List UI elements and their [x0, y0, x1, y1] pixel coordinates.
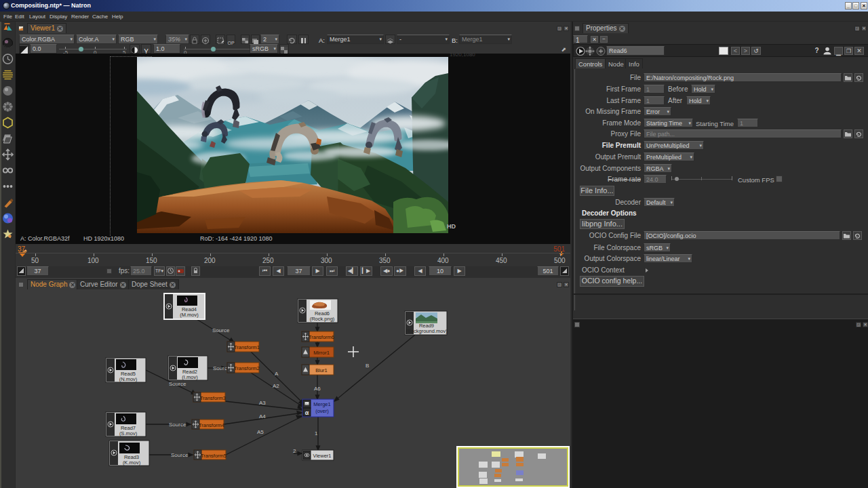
svg-text:Transform6: Transform6: [309, 334, 334, 340]
svg-text:A2: A2: [273, 383, 279, 389]
svg-text:(M.mov): (M.mov): [180, 312, 199, 318]
svg-text:Sourc: Sourc: [213, 365, 227, 371]
svg-text:Source: Source: [169, 381, 186, 387]
svg-text:Transform2: Transform2: [234, 365, 260, 371]
svg-text:Transform4: Transform4: [199, 422, 224, 428]
svg-text:Transform5: Transform5: [201, 453, 226, 459]
svg-text:α: α: [305, 409, 309, 416]
svg-text:1: 1: [315, 430, 318, 436]
svg-text:(N.mov): (N.mov): [119, 376, 138, 382]
svg-text:(Rock.png): (Rock.png): [310, 316, 335, 322]
svg-text:Source: Source: [169, 422, 186, 428]
svg-text:2: 2: [293, 448, 296, 454]
svg-text:Mirror1: Mirror1: [313, 350, 330, 356]
svg-text:(I.mov): (I.mov): [182, 374, 198, 380]
svg-text:A3: A3: [259, 400, 266, 406]
svg-text:(S.mov): (S.mov): [119, 430, 138, 436]
svg-text:Blur1: Blur1: [315, 367, 328, 373]
svg-text:Source: Source: [171, 452, 189, 458]
svg-text:A: A: [275, 371, 279, 377]
svg-text:(over): (over): [315, 408, 329, 414]
svg-text:Transform3: Transform3: [200, 395, 226, 401]
svg-text:Viewer1: Viewer1: [313, 453, 332, 459]
svg-text:A5: A5: [257, 429, 264, 435]
svg-text:A6: A6: [314, 386, 321, 392]
svg-text:(Background.mov): (Background.mov): [406, 328, 448, 334]
svg-text:A4: A4: [259, 413, 266, 420]
svg-text:Transform1: Transform1: [234, 344, 260, 350]
svg-text:Source: Source: [212, 327, 230, 333]
svg-text:Merge1: Merge1: [313, 401, 330, 407]
svg-text:B: B: [366, 363, 369, 369]
svg-text:(K.mov): (K.mov): [123, 460, 141, 466]
